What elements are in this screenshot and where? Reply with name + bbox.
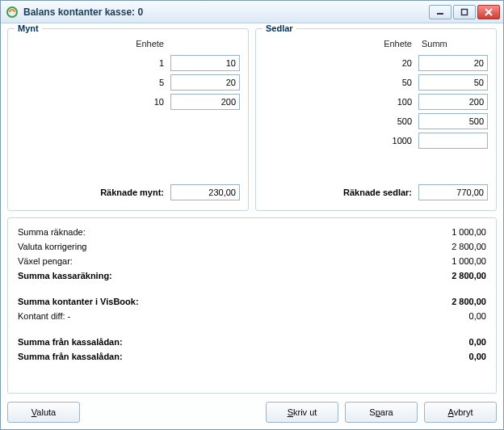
bill-row-500: 500 <box>264 112 488 131</box>
bill-row-1000: 1000 <box>264 131 488 150</box>
print-button[interactable]: Skriv ut <box>266 402 338 423</box>
bill-denom-label: 50 <box>264 78 418 87</box>
coin-input-5[interactable] <box>170 74 240 91</box>
save-button[interactable]: Spara <box>345 402 418 423</box>
window-title: Balans kontanter kasse: 0 <box>23 6 429 18</box>
bill-row-50: 50 <box>264 73 488 92</box>
bills-total-value <box>418 184 488 200</box>
summary-value: 2 800,00 <box>422 242 486 251</box>
client-area: Mynt Enhete 1 5 10 <box>1 23 503 429</box>
bill-input-100[interactable] <box>418 94 488 110</box>
bill-row-100: 100 <box>264 92 488 112</box>
summary-label: Växel pengar: <box>18 256 422 266</box>
bills-sum-header: Summ <box>418 39 488 48</box>
summary-line: Kontant diff: - 0,00 <box>18 309 486 323</box>
svg-point-0 <box>7 7 17 17</box>
summary-line: Valuta korrigering 2 800,00 <box>18 239 486 254</box>
app-icon <box>6 6 19 19</box>
bills-unit-header: Enhete <box>264 39 418 48</box>
bills-header-row: Enhete Summ <box>264 34 488 53</box>
coin-input-1[interactable] <box>170 55 240 71</box>
bills-legend: Sedlar <box>262 23 296 33</box>
button-bar: Valuta Skriv ut Spara Avbryt <box>7 394 497 423</box>
coins-group: Mynt Enhete 1 5 10 <box>7 28 249 211</box>
bill-input-20[interactable] <box>418 55 488 71</box>
bills-group: Sedlar Enhete Summ 20 50 100 <box>255 28 497 211</box>
bill-row-20: 20 <box>264 53 488 73</box>
counting-panels: Mynt Enhete 1 5 10 <box>7 28 497 211</box>
close-button[interactable] <box>477 5 500 19</box>
valuta-button[interactable]: Valuta <box>7 402 80 423</box>
coins-total-label: Räknade mynt: <box>16 188 170 197</box>
summary-line: Summa räknade: 1 000,00 <box>18 225 486 239</box>
window: Balans kontanter kasse: 0 Mynt Enhete <box>0 0 504 430</box>
titlebar: Balans kontanter kasse: 0 <box>1 1 503 23</box>
summary-value: 2 800,00 <box>422 271 486 280</box>
bill-denom-label: 20 <box>264 58 418 68</box>
bills-total-row: Räknade sedlar: <box>264 183 488 202</box>
bill-denom-label: 500 <box>264 116 418 126</box>
coin-row-1: 1 <box>16 53 240 73</box>
summary-label: Summa kassaräkning: <box>18 271 422 280</box>
bill-input-50[interactable] <box>418 74 488 91</box>
summary-label: Summa från kassalådan: <box>18 337 422 347</box>
bills-total-label: Räknade sedlar: <box>264 188 418 197</box>
coin-row-10: 10 <box>16 92 240 112</box>
summary-value: 1 000,00 <box>422 227 486 237</box>
summary-line: Summa från kassalådan: 0,00 <box>18 349 486 364</box>
spacer <box>16 112 240 183</box>
coins-total-value <box>170 184 240 200</box>
minimize-button[interactable] <box>429 5 452 19</box>
coin-denom-label: 10 <box>16 97 170 107</box>
spacer <box>86 402 259 423</box>
maximize-button[interactable] <box>453 5 476 19</box>
summary-label: Kontant diff: - <box>18 311 422 321</box>
coin-denom-label: 1 <box>16 58 170 68</box>
summary-line: Summa från kassalådan: 0,00 <box>18 335 486 349</box>
summary-label: Valuta korrigering <box>18 242 422 251</box>
summary-value: 0,00 <box>422 337 486 347</box>
bill-input-1000[interactable] <box>418 133 488 149</box>
coins-header-row: Enhete <box>16 34 240 53</box>
summary-line: Summa kassaräkning: 2 800,00 <box>18 268 486 283</box>
coins-unit-header: Enhete <box>16 39 170 48</box>
svg-rect-2 <box>462 9 468 15</box>
summary-value: 2 800,00 <box>422 297 486 306</box>
window-buttons <box>429 5 500 19</box>
summary-value: 0,00 <box>422 352 486 361</box>
cancel-button[interactable]: Avbryt <box>424 402 497 423</box>
spacer <box>264 150 488 183</box>
coins-total-row: Räknade mynt: <box>16 183 240 202</box>
summary-line: Summa kontanter i VisBook: 2 800,00 <box>18 294 486 309</box>
summary-label: Summa kontanter i VisBook: <box>18 297 422 306</box>
summary-value: 0,00 <box>422 311 486 321</box>
coin-row-5: 5 <box>16 73 240 92</box>
coin-input-10[interactable] <box>170 94 240 110</box>
summary-panel: Summa räknade: 1 000,00 Valuta korrigeri… <box>7 217 497 394</box>
coins-legend: Mynt <box>15 23 42 33</box>
bill-input-500[interactable] <box>418 113 488 129</box>
summary-label: Summa från kassalådan: <box>18 352 422 361</box>
summary-label: Summa räknade: <box>18 227 422 237</box>
spacer <box>18 323 486 335</box>
coin-denom-label: 5 <box>16 78 170 87</box>
spacer <box>18 283 486 294</box>
bill-denom-label: 100 <box>264 97 418 107</box>
summary-value: 1 000,00 <box>422 256 486 266</box>
bill-denom-label: 1000 <box>264 136 418 145</box>
summary-line: Växel pengar: 1 000,00 <box>18 254 486 268</box>
